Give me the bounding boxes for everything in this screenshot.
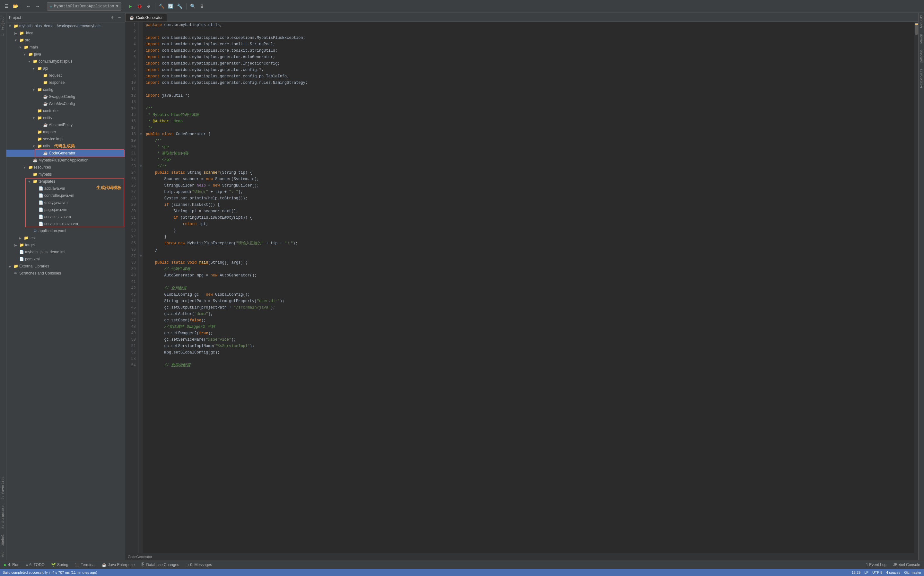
- folder-icon-test: 📁: [24, 235, 29, 240]
- sidebar-item-favorites[interactable]: 2: Favorites: [1, 474, 5, 502]
- messages-tab[interactable]: ◻ 0: Messages: [184, 562, 213, 568]
- line-2: [146, 28, 914, 35]
- folder-icon-mybatis: 📁: [32, 172, 38, 177]
- sidebar-item-project[interactable]: 1: Project: [1, 14, 5, 38]
- line-15: * Mybatis-Plus代码生成器: [146, 112, 914, 118]
- fold-24[interactable]: ▼: [139, 163, 143, 170]
- sidebar-item-jrebel[interactable]: JRebel: [1, 532, 5, 549]
- vm-icon-entity: 📄: [38, 200, 43, 205]
- tree-item-entity-vm[interactable]: ▶ 📄 entity.java.vm: [6, 199, 125, 206]
- tree-item-api[interactable]: ▼ 📁 api: [6, 65, 125, 72]
- debug-btn[interactable]: 🐞: [136, 3, 144, 10]
- fold-38[interactable]: ▼: [139, 253, 143, 259]
- tree-item-controller[interactable]: ▶ 📁 controller: [6, 107, 125, 114]
- tree-item-scratches[interactable]: ▶ ✏ Scratches and Consoles: [6, 270, 125, 277]
- search-btn[interactable]: 🔍: [189, 3, 197, 10]
- run-tab[interactable]: ▶ 4: Run: [3, 562, 21, 568]
- tree-item-test[interactable]: ▶ 📁 test: [6, 234, 125, 242]
- line-48: //实体属性 Swagger2 注解: [146, 324, 914, 330]
- db-changes-icon: 🗄: [141, 563, 145, 567]
- tree-item-service-impl[interactable]: ▶ 📁 service.impl: [6, 136, 125, 142]
- tools-btn[interactable]: 🔧: [176, 3, 184, 10]
- sidebar-item-web[interactable]: Web: [1, 549, 5, 560]
- java-enterprise-tab[interactable]: ☕ Java Enterprise: [101, 562, 136, 568]
- line-23: //*/: [146, 163, 914, 170]
- scroll-indicator[interactable]: [914, 22, 918, 553]
- folder-icon[interactable]: 📂: [11, 3, 19, 10]
- tree-item-pkg[interactable]: ▼ 📁 com.cn.mybatisplus: [6, 58, 125, 65]
- run-btn[interactable]: ▶: [127, 3, 134, 10]
- terminal-tab-icon: ⬛: [75, 563, 80, 567]
- spring-tab-label: Spring: [57, 563, 69, 567]
- panel-minimize-btn[interactable]: —: [117, 15, 122, 21]
- tree-item-idea[interactable]: ▶ 📁 .idea: [6, 30, 125, 37]
- project-dropdown[interactable]: ☕ MybatisPlusDemoApplication ▼: [47, 2, 121, 11]
- sidebar-maven[interactable]: Maven: [919, 32, 924, 46]
- todo-tab-label: 6: TODO: [29, 563, 45, 567]
- event-log-btn[interactable]: 1 Event Log: [865, 562, 888, 568]
- tree-item-entity[interactable]: ▼ 📁 entity: [6, 114, 125, 122]
- tree-item-webmvc[interactable]: ▶ ☕ WebMvcConfig: [6, 100, 125, 107]
- tree-item-iml[interactable]: ▶ 📄 mybatis_plus_demo.iml: [6, 248, 125, 256]
- tree-item-config[interactable]: ▼ 📁 config: [6, 86, 125, 93]
- tree-item-utils[interactable]: ▼ 📁 utils 代码生成类: [6, 142, 125, 150]
- code-lines[interactable]: package com.cn.mybatisplus.utils; import…: [143, 22, 914, 553]
- tree-item-swagger[interactable]: ▶ ☕ SwaggerConfig: [6, 93, 125, 100]
- tree-item-mybatis[interactable]: ▶ 📁 mybatis: [6, 171, 125, 178]
- tree-item-service-vm[interactable]: ▶ 📄 service.java.vm: [6, 213, 125, 220]
- arrow-resources: ▼: [22, 165, 27, 170]
- tree-item-resources[interactable]: ▼ 📁 resources: [6, 164, 125, 171]
- tree-item-add-vm[interactable]: ▶ 📄 add.java.vm: [6, 185, 125, 192]
- left-sidebar: 1: Project 2: Favorites Z: Structure JRe…: [0, 13, 6, 560]
- tree-item-java[interactable]: ▼ 📁 java: [6, 51, 125, 58]
- tree-item-serviceimpl-vm[interactable]: ▶ 📄 serviceimpl.java.vm: [6, 220, 125, 227]
- line-16: * @Author: demo: [146, 118, 914, 125]
- tree-item-pom[interactable]: ▶ 📄 pom.xml: [6, 256, 125, 262]
- sidebar-item-structure[interactable]: Z: Structure: [1, 503, 5, 531]
- tree-item-abstract[interactable]: ▶ ☕ AbstractEntity: [6, 122, 125, 128]
- tree-item-page-vm[interactable]: ▶ 📄 page.java.vm: [6, 206, 125, 213]
- panel-settings-btn[interactable]: ⚙: [109, 15, 115, 21]
- tree-item-templates[interactable]: ▼ 📁 templates: [6, 178, 125, 185]
- menu-icon[interactable]: ☰: [3, 3, 10, 10]
- tree-item-ext-libs[interactable]: ▶ 📁 External Libraries: [6, 262, 125, 270]
- tree-item-response[interactable]: ▶ 📁 response: [6, 79, 125, 86]
- forward-btn[interactable]: →: [34, 3, 42, 10]
- db-changes-tab[interactable]: 🗄 Database Changes: [140, 562, 181, 568]
- tab-codegenerator[interactable]: ☕ CodeGenerator: [125, 13, 167, 21]
- tree-label-response: response: [49, 80, 64, 85]
- line-8: import com.baomidou.mybatisplus.generato…: [146, 67, 914, 73]
- terminal-btn[interactable]: 🖥: [198, 3, 206, 10]
- sidebar-database[interactable]: Database: [919, 47, 924, 66]
- tree-item-app-yaml[interactable]: ▶ ⚙ application.yaml: [6, 227, 125, 234]
- tree-item-request[interactable]: ▶ 📁 request: [6, 72, 125, 79]
- jrebel-console-btn[interactable]: JRebel Console: [892, 562, 921, 568]
- spring-tab[interactable]: 🌱 Spring: [50, 562, 70, 568]
- tree-item-mapper[interactable]: ▶ 📁 mapper: [6, 128, 125, 136]
- tree-item-controller-vm[interactable]: ▶ 📄 controller.java.vm: [6, 192, 125, 199]
- fold-18[interactable]: ▼: [139, 131, 143, 138]
- tree-item-app-main[interactable]: ▶ ☕ MybatisPlusDemoApplication: [6, 157, 125, 164]
- config-icon-yaml: ⚙: [32, 228, 38, 234]
- tree-item-root[interactable]: ▼ 📁 mybatis_plus_demo ~/workspace/demo/m…: [6, 22, 125, 30]
- tree-item-codegenerator[interactable]: ▶ ☕ CodeGenerator: [6, 150, 125, 157]
- back-btn[interactable]: ←: [25, 3, 32, 10]
- tree-label-resources: resources: [34, 165, 51, 170]
- tree-item-src[interactable]: ▼ 📁 src: [6, 37, 125, 44]
- tree-label-service-impl: service.impl: [43, 137, 63, 141]
- arrow-java: ▼: [22, 52, 27, 56]
- panel-title: Project: [9, 15, 21, 20]
- sync-btn[interactable]: 🔃: [167, 3, 175, 10]
- todo-tab[interactable]: ≡ 6: TODO: [24, 562, 46, 568]
- build-btn[interactable]: 🔨: [158, 3, 166, 10]
- sidebar-rest-services[interactable]: RestServices: [919, 66, 924, 91]
- coverage-btn[interactable]: ⚙: [145, 3, 152, 10]
- tree-label-codegenerator: CodeGenerator: [49, 151, 75, 155]
- terminal-tab[interactable]: ⬛ Terminal: [74, 562, 97, 568]
- tree-item-main[interactable]: ▼ 📁 main: [6, 44, 125, 51]
- java-enterprise-label: Java Enterprise: [108, 563, 134, 567]
- sidebar-ant-build[interactable]: Ant Build: [919, 13, 924, 31]
- tree-item-target[interactable]: ▶ 📁 target: [6, 242, 125, 248]
- line-5: import com.baomidou.mybatisplus.core.too…: [146, 48, 914, 54]
- arrow-templates: ▼: [27, 179, 32, 184]
